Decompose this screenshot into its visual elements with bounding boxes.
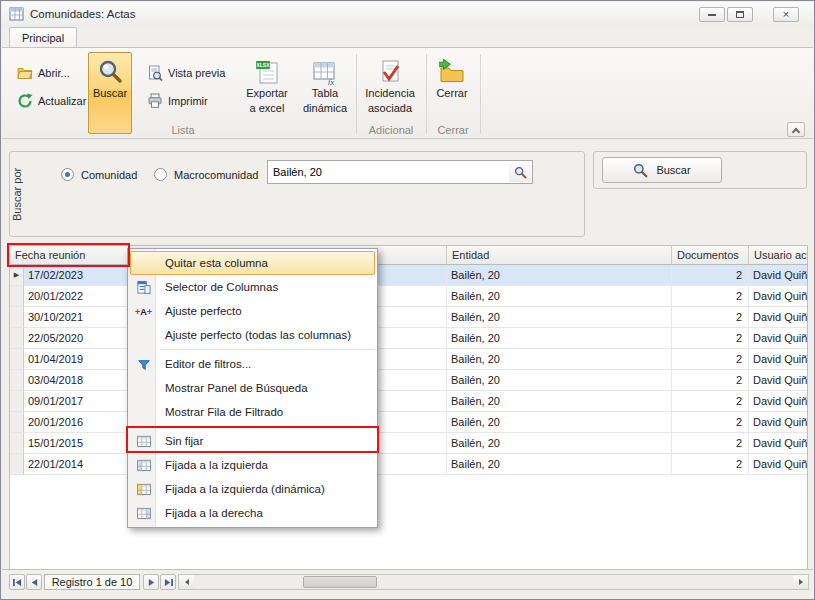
tabla-dinamica-button[interactable]: fx Tabla dinámica — [298, 52, 352, 134]
cell-documentos[interactable]: 2 — [672, 412, 749, 433]
cell-usuario[interactable]: David Quiñ — [749, 349, 807, 370]
row-indicator — [10, 349, 24, 370]
cell-documentos[interactable]: 2 — [672, 370, 749, 391]
cell-fecha-reunion[interactable]: 22/01/2014 — [24, 454, 129, 475]
radio-comunidad[interactable]: Comunidad — [61, 168, 137, 181]
cell-entidad[interactable]: Bailén, 20 — [447, 412, 672, 433]
grid-right-icon — [135, 506, 152, 521]
vista-previa-button[interactable]: Vista previa — [142, 62, 230, 84]
next-record-button[interactable] — [143, 574, 159, 590]
cell-entidad[interactable]: Bailén, 20 — [447, 265, 672, 286]
cell-fecha-reunion[interactable]: 22/05/2020 — [24, 328, 129, 349]
cell-usuario[interactable]: David Quiñ — [749, 328, 807, 349]
cell-entidad[interactable]: Bailén, 20 — [447, 307, 672, 328]
column-header-usuario[interactable]: Usuario act... — [749, 246, 807, 265]
cell-usuario[interactable]: David Quiñ — [749, 307, 807, 328]
app-icon — [9, 6, 25, 22]
field-search-button[interactable] — [509, 162, 531, 182]
row-indicator — [10, 286, 24, 307]
close-button[interactable]: × — [773, 7, 799, 22]
column-header-fecha-reunion[interactable]: Fecha reunión — [10, 246, 129, 265]
menu-item-fijada-a-la-derecha[interactable]: Fijada a la derecha — [130, 501, 375, 525]
cell-documentos[interactable]: 2 — [672, 265, 749, 286]
cell-fecha-reunion[interactable]: 20/01/2016 — [24, 412, 129, 433]
imprimir-button[interactable]: Imprimir — [142, 90, 213, 112]
menu-item-sin-fijar[interactable]: Sin fijar — [130, 429, 375, 453]
svg-text:XLSX: XLSX — [256, 62, 270, 68]
cell-documentos[interactable]: 2 — [672, 454, 749, 475]
cell-entidad[interactable]: Bailén, 20 — [447, 391, 672, 412]
cell-fecha-reunion[interactable]: 01/04/2019 — [24, 349, 129, 370]
menu-item-label: Editor de filtros... — [165, 358, 251, 370]
incidencia-asociada-button[interactable]: Incidencia asociada — [360, 52, 420, 134]
menu-item-ajuste-perfecto-todas-las-columnas[interactable]: Ajuste perfecto (todas las columnas) — [130, 323, 375, 347]
cell-entidad[interactable]: Bailén, 20 — [447, 328, 672, 349]
horizontal-scrollbar[interactable] — [178, 574, 809, 590]
menu-item-fijada-a-la-izquierda[interactable]: Fijada a la izquierda — [130, 453, 375, 477]
menu-item-label: Fijada a la derecha — [165, 507, 263, 519]
cell-fecha-reunion[interactable]: 03/04/2018 — [24, 370, 129, 391]
menu-item-ajuste-perfecto[interactable]: +A+Ajuste perfecto — [130, 299, 375, 323]
scroll-left-button[interactable] — [179, 575, 194, 589]
cell-usuario[interactable]: David Quiñ — [749, 370, 807, 391]
scroll-right-button[interactable] — [793, 575, 808, 589]
column-header-entidad[interactable]: Entidad — [447, 246, 672, 265]
ribbon-separator — [356, 54, 357, 134]
cell-usuario[interactable]: David Quiñ — [749, 433, 807, 454]
cell-usuario[interactable]: David Quiñ — [749, 412, 807, 433]
menu-item-selector-de-columnas[interactable]: Selector de Columnas — [130, 275, 375, 299]
cell-documentos[interactable]: 2 — [672, 286, 749, 307]
menu-item-editor-de-filtros[interactable]: Editor de filtros... — [130, 352, 375, 376]
actualizar-button[interactable]: Actualizar — [12, 90, 91, 112]
cell-entidad[interactable]: Bailén, 20 — [447, 370, 672, 391]
cell-usuario[interactable]: David Quiñ — [749, 265, 807, 286]
record-counter: Registro 1 de 10 — [44, 574, 140, 590]
maximize-button[interactable] — [727, 7, 753, 22]
row-indicator — [10, 307, 24, 328]
svg-text:fx: fx — [328, 77, 335, 86]
radio-comunidad-circle — [61, 168, 74, 181]
exportar-excel-button[interactable]: XLSX Exportar a excel — [240, 52, 294, 134]
radio-macrocomunidad[interactable]: Macrocomunidad — [154, 168, 258, 181]
cell-documentos[interactable]: 2 — [672, 433, 749, 454]
search-panel-vertical-label: Buscar por — [11, 153, 29, 235]
abrir-button[interactable]: Abrir... — [12, 62, 75, 84]
scrollbar-thumb[interactable] — [303, 576, 377, 588]
column-header-documentos[interactable]: Documentos — [672, 246, 749, 265]
cell-fecha-reunion[interactable]: 20/01/2022 — [24, 286, 129, 307]
menu-item-mostrar-fila-de-filtrado[interactable]: Mostrar Fila de Filtrado — [130, 400, 375, 424]
cell-entidad[interactable]: Bailén, 20 — [447, 454, 672, 475]
buscar-button[interactable]: Buscar — [602, 157, 722, 183]
cell-entidad[interactable]: Bailén, 20 — [447, 433, 672, 454]
previous-record-button[interactable] — [26, 574, 42, 590]
cell-documentos[interactable]: 2 — [672, 307, 749, 328]
buscar-ribbon-button[interactable]: Buscar — [88, 52, 132, 134]
cell-documentos[interactable]: 2 — [672, 391, 749, 412]
cell-usuario[interactable]: David Quiñ — [749, 286, 807, 307]
cell-fecha-reunion[interactable]: 30/10/2021 — [24, 307, 129, 328]
cell-entidad[interactable]: Bailén, 20 — [447, 286, 672, 307]
cell-fecha-reunion[interactable]: 17/02/2023 — [24, 265, 129, 286]
search-input[interactable] — [268, 161, 508, 183]
cell-usuario[interactable]: David Quiñ — [749, 391, 807, 412]
tab-principal[interactable]: Principal — [9, 27, 77, 47]
cell-fecha-reunion[interactable]: 09/01/2017 — [24, 391, 129, 412]
cerrar-button[interactable]: Cerrar — [430, 52, 474, 134]
cell-documentos[interactable]: 2 — [672, 349, 749, 370]
minimize-button[interactable] — [699, 7, 725, 22]
cell-fecha-reunion[interactable]: 15/01/2015 — [24, 433, 129, 454]
cell-usuario[interactable]: David Quiñ — [749, 454, 807, 475]
last-record-button[interactable] — [160, 574, 176, 590]
menu-item-mostrar-panel-de-busqueda[interactable]: Mostrar Panel de Búsqueda — [130, 376, 375, 400]
open-folder-icon — [17, 65, 33, 81]
printer-icon — [147, 93, 163, 109]
menu-item-fijada-a-la-izquierda-dinamica[interactable]: Fijada a la izquierda (dinámica) — [130, 477, 375, 501]
cell-entidad[interactable]: Bailén, 20 — [447, 349, 672, 370]
cell-documentos[interactable]: 2 — [672, 328, 749, 349]
menu-item-quitar-esta-columna[interactable]: Quitar esta columna — [130, 251, 375, 275]
ribbon-collapse-button[interactable] — [787, 122, 805, 137]
first-record-button[interactable] — [9, 574, 25, 590]
context-menu: Quitar esta columnaSelector de Columnas+… — [127, 248, 378, 528]
tabla-label-1: Tabla — [299, 87, 351, 100]
print-preview-icon — [147, 65, 163, 81]
